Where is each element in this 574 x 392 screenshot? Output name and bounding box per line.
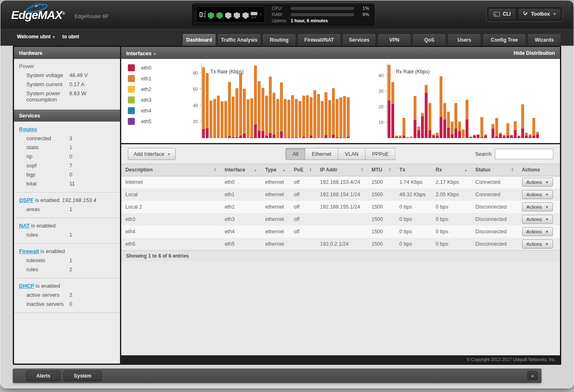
y-tick-mark bbox=[200, 121, 202, 122]
actions-button[interactable]: Actions▼ bbox=[522, 215, 553, 224]
sidebar-link-ospf[interactable]: OSPF bbox=[19, 197, 33, 203]
bar-eth0 bbox=[492, 129, 494, 138]
sidebar-link-nat[interactable]: NAT bbox=[19, 223, 30, 229]
collapse-bar-button[interactable]: ▲ bbox=[527, 371, 538, 380]
tab-services[interactable]: Services bbox=[342, 33, 376, 46]
column-header-interface[interactable]: Interface▲ bbox=[221, 164, 261, 176]
sidebar-link-firewall[interactable]: Firewall bbox=[19, 248, 39, 254]
sort-asc-icon: ▲ bbox=[464, 169, 467, 171]
bar-eth0 bbox=[477, 135, 480, 138]
tab-dashboard[interactable]: Dashboard bbox=[182, 33, 216, 46]
cell-status: Disconnected bbox=[471, 213, 518, 225]
bar-eth0 bbox=[243, 134, 246, 138]
bar-eth0 bbox=[280, 131, 283, 138]
stacked-bar bbox=[406, 137, 409, 138]
bar-eth0 bbox=[343, 138, 346, 138]
cell-poe: off bbox=[290, 176, 316, 188]
column-header-ip-addr[interactable]: IP Addr▲▼ bbox=[316, 164, 367, 176]
service-row-value: 1 bbox=[69, 144, 111, 150]
cli-icon bbox=[494, 12, 500, 16]
service-row-label: rulesets bbox=[26, 257, 69, 263]
service-block: Firewall is enabledrulesets1rules2 bbox=[14, 244, 120, 278]
hardware-row-label: System voltage bbox=[26, 72, 69, 78]
bar-eth0 bbox=[454, 129, 457, 138]
cpu-label: CPU: bbox=[272, 6, 291, 11]
filter-all[interactable]: All bbox=[285, 148, 305, 160]
bar-eth1 bbox=[243, 89, 246, 134]
services-section-header: Services bbox=[14, 110, 120, 122]
column-header-poe[interactable]: PoE▲▼ bbox=[290, 164, 316, 176]
legend-label: eth5 bbox=[141, 118, 151, 124]
user-menu[interactable]: Welcome ubnt ▾ bbox=[17, 34, 55, 40]
bar-eth0 bbox=[421, 116, 424, 138]
stacked-bar bbox=[206, 73, 209, 138]
actions-button[interactable]: Actions▼ bbox=[522, 239, 553, 249]
filter-pppoe[interactable]: PPPoE bbox=[365, 148, 395, 160]
y-tick-mark bbox=[386, 75, 387, 75]
service-note: 192.168.153.4 bbox=[62, 197, 96, 203]
actions-button[interactable]: Actions▼ bbox=[522, 178, 553, 187]
column-header-status[interactable]: Status▲▼ bbox=[471, 164, 518, 176]
filter-vlan[interactable]: VLAN bbox=[339, 148, 366, 160]
system-tab[interactable]: System bbox=[64, 371, 102, 381]
stacked-bar bbox=[440, 76, 442, 138]
hide-distribution-link[interactable]: Hide Distribution bbox=[513, 50, 555, 56]
service-row-value: 0 bbox=[69, 301, 111, 307]
sidebar-link-routes[interactable]: Routes bbox=[19, 126, 37, 132]
filter-ethernet[interactable]: Ethernet bbox=[305, 148, 338, 160]
search-input[interactable] bbox=[495, 149, 553, 159]
bar-eth0 bbox=[518, 136, 520, 138]
alerts-tab[interactable]: Alerts bbox=[26, 371, 61, 381]
toolbox-button[interactable]: Toolbox ▾ bbox=[518, 8, 561, 20]
column-header-mtu[interactable]: MTU▲▼ bbox=[367, 164, 395, 176]
add-interface-button[interactable]: Add Interface ▾ bbox=[128, 148, 176, 160]
tab-users[interactable]: Users bbox=[447, 33, 481, 46]
actions-button[interactable]: Actions▼ bbox=[522, 190, 553, 199]
service-row-value: 1 bbox=[69, 257, 111, 263]
tab-qos[interactable]: QoS bbox=[412, 33, 446, 46]
tab-config-tree[interactable]: Config Tree bbox=[482, 33, 526, 46]
bar-eth1 bbox=[480, 117, 483, 137]
stacked-bar bbox=[425, 85, 428, 138]
bar-eth1 bbox=[328, 100, 331, 138]
bar-eth0 bbox=[466, 120, 468, 138]
tab-firewall-nat[interactable]: Firewall/NAT bbox=[297, 33, 341, 46]
bar-eth1 bbox=[410, 136, 413, 138]
legend-label: eth1 bbox=[141, 75, 151, 82]
cell-poe: off bbox=[290, 201, 316, 213]
bar-eth1 bbox=[339, 97, 342, 138]
bar-eth0 bbox=[529, 136, 532, 138]
column-header-rx[interactable]: Rx▲ bbox=[432, 164, 471, 176]
column-header-description[interactable]: Description▲▼ bbox=[121, 164, 221, 176]
bar-group bbox=[388, 63, 553, 138]
interfaces-dropdown[interactable]: Interfaces ▾ bbox=[126, 50, 156, 56]
stacked-bar bbox=[388, 65, 391, 138]
cell-rx: 0 bps bbox=[432, 201, 471, 213]
stacked-bar bbox=[313, 90, 316, 138]
bar-eth1 bbox=[291, 95, 294, 138]
console-port-icon bbox=[200, 12, 202, 17]
actions-button[interactable]: Actions▼ bbox=[522, 227, 553, 236]
tab-traffic-analysis[interactable]: Traffic Analysis bbox=[217, 33, 261, 46]
service-row-label: rip bbox=[26, 153, 69, 160]
tab-routing[interactable]: Routing bbox=[262, 33, 296, 46]
top-header: EdgeMAX® EdgeRouter 6P SFP CPU: 1% bbox=[0, 0, 574, 28]
bar-eth0 bbox=[269, 133, 272, 138]
service-row: ospf7 bbox=[19, 162, 115, 169]
bar-eth0 bbox=[291, 138, 294, 138]
bar-eth1 bbox=[417, 127, 420, 130]
actions-button[interactable]: Actions▼ bbox=[522, 202, 553, 211]
sidebar-link-dhcp[interactable]: DHCP bbox=[19, 283, 34, 289]
column-header-type[interactable]: Type▲ bbox=[261, 164, 290, 176]
chevron-down-icon: ▼ bbox=[545, 218, 548, 221]
stacked-bar bbox=[492, 124, 494, 138]
tab-wizards[interactable]: Wizards bbox=[527, 33, 561, 46]
bar-eth1 bbox=[310, 97, 313, 136]
tab-vpn[interactable]: VPN bbox=[377, 33, 411, 46]
cell-ip: 192.168.153.4/24 bbox=[316, 176, 367, 188]
bar-eth1 bbox=[209, 101, 212, 138]
service-row-label: inactive servers bbox=[26, 301, 69, 307]
cli-button[interactable]: CLI bbox=[488, 8, 516, 20]
bar-eth0 bbox=[428, 130, 431, 138]
chevron-down-icon: ▼ bbox=[545, 193, 548, 197]
